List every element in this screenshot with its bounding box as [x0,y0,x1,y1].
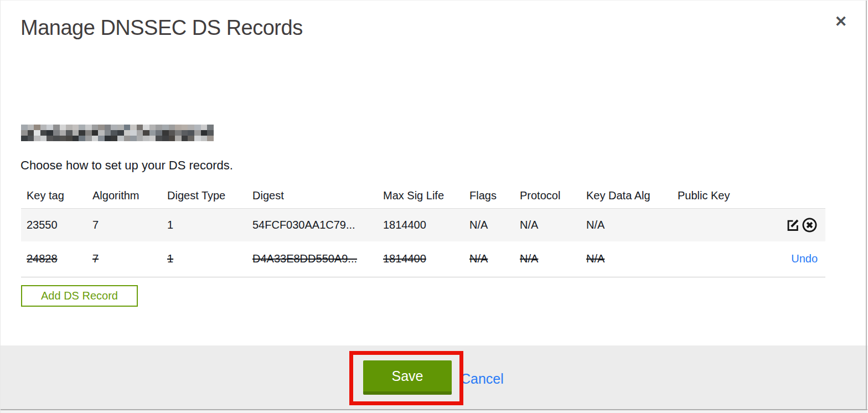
cell-key-data-alg: N/A [586,208,678,241]
cell-algorithm: 7 [92,241,167,277]
cell-algorithm: 7 [92,208,167,241]
cell-digest-type: 1 [167,208,252,241]
save-button[interactable]: Save [363,360,452,395]
cell-public-key [678,241,773,277]
add-ds-record-button[interactable]: Add DS Record [21,285,138,307]
table-row: 24828 7 1 D4A33E8DD550A9... 1814400 N/A … [21,241,825,277]
modal-footer: Save Cancel [1,345,867,409]
delete-icon[interactable] [802,217,818,233]
cell-key-data-alg: N/A [586,241,678,277]
cell-flags: N/A [469,241,520,277]
column-header-flags: Flags [469,183,520,208]
instruction-text: Choose how to set up your DS records. [20,158,233,173]
window-bottom-edge [1,409,867,413]
cell-key-tag: 23550 [21,208,92,241]
cell-protocol: N/A [520,241,586,277]
redacted-domain [21,125,214,141]
cell-public-key [678,208,773,241]
cell-digest-type: 1 [167,241,252,277]
column-header-digest: Digest [252,183,383,208]
column-header-key-data-alg: Key Data Alg [586,183,678,208]
cell-max-sig-life: 1814400 [383,241,469,277]
column-header-max-sig-life: Max Sig Life [383,183,469,208]
column-header-protocol: Protocol [520,183,586,208]
column-header-public-key: Public Key [678,183,773,208]
close-icon[interactable]: ✕ [830,11,852,33]
cell-protocol: N/A [520,208,586,241]
cell-digest: 54FCF030AA1C79... [252,208,383,241]
row-actions [773,208,825,241]
column-header-key-tag: Key tag [21,183,92,208]
dnssec-modal: Manage DNSSEC DS Records ✕ Choose how to… [0,0,868,413]
column-header-digest-type: Digest Type [167,183,252,208]
column-header-algorithm: Algorithm [92,183,167,208]
edit-icon[interactable] [786,218,800,233]
cancel-link[interactable]: Cancel [461,371,504,387]
undo-link[interactable]: Undo [791,252,818,265]
table-header-row: Key tag Algorithm Digest Type Digest Max… [21,183,825,208]
table-row: 23550 7 1 54FCF030AA1C79... 1814400 N/A … [21,208,825,241]
ds-records-table: Key tag Algorithm Digest Type Digest Max… [21,183,825,277]
cell-digest: D4A33E8DD550A9... [252,241,383,277]
cell-flags: N/A [469,208,520,241]
page-title: Manage DNSSEC DS Records [20,16,303,40]
row-actions: Undo [773,241,825,277]
cell-max-sig-life: 1814400 [383,208,469,241]
window-right-edge [866,1,867,409]
column-header-actions [773,183,825,208]
cell-key-tag: 24828 [21,241,92,277]
